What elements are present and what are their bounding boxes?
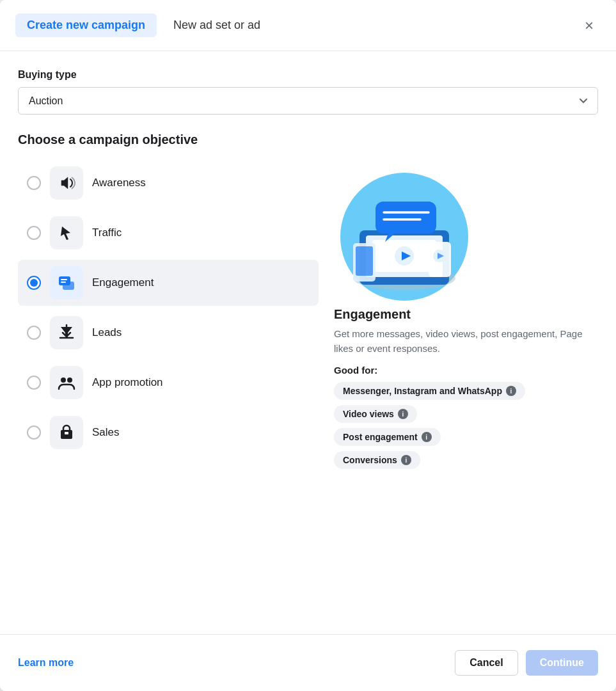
tag-post-engagement-label: Post engagement — [343, 432, 418, 442]
tag-video-views-info[interactable]: i — [398, 409, 408, 419]
engagement-icon-wrap — [50, 266, 83, 299]
cancel-button[interactable]: Cancel — [455, 650, 517, 676]
objective-traffic[interactable]: Traffic — [18, 210, 319, 256]
svg-point-4 — [61, 377, 66, 383]
sales-icon-wrap — [50, 416, 83, 449]
radio-sales[interactable] — [27, 425, 41, 440]
radio-engagement[interactable] — [27, 276, 41, 290]
traffic-icon — [59, 224, 74, 242]
radio-leads[interactable] — [27, 326, 41, 340]
awareness-icon-wrap — [50, 166, 83, 200]
awareness-label: Awareness — [92, 177, 146, 189]
engagement-icon — [58, 274, 75, 292]
sales-label: Sales — [92, 426, 120, 439]
awareness-icon — [58, 174, 75, 192]
leads-icon — [58, 324, 75, 342]
tag-video-views-label: Video views — [343, 409, 394, 419]
tab-create-campaign[interactable]: Create new campaign — [15, 13, 157, 37]
footer-buttons: Cancel Continue — [455, 650, 598, 676]
main-content: Awareness Traffic — [18, 160, 598, 469]
objective-app-promotion[interactable]: App promotion — [18, 360, 319, 406]
buying-type-label: Buying type — [18, 69, 598, 81]
close-button[interactable]: × — [578, 14, 601, 37]
learn-more-link[interactable]: Learn more — [18, 657, 74, 669]
objective-engagement[interactable]: Engagement — [18, 260, 319, 306]
section-title: Choose a campaign objective — [18, 132, 598, 147]
leads-label: Leads — [92, 326, 122, 339]
engagement-illustration — [334, 166, 475, 307]
tag-conversions: Conversions i — [334, 451, 420, 469]
app-promotion-label: App promotion — [92, 376, 163, 389]
buying-type-select[interactable]: Auction — [18, 87, 598, 115]
dialog-footer: Learn more Cancel Continue — [0, 634, 616, 691]
tag-messenger-info[interactable]: i — [506, 386, 516, 396]
radio-traffic[interactable] — [27, 226, 41, 240]
objective-leads[interactable]: Leads — [18, 310, 319, 356]
objective-sales[interactable]: Sales — [18, 409, 319, 456]
engagement-label: Engagement — [92, 276, 154, 289]
svg-rect-15 — [375, 202, 436, 234]
leads-icon-wrap — [50, 316, 83, 349]
radio-awareness[interactable] — [27, 176, 41, 190]
tag-post-engagement-info[interactable]: i — [422, 432, 432, 442]
traffic-icon-wrap — [50, 216, 83, 250]
tag-conversions-label: Conversions — [343, 455, 397, 465]
continue-button[interactable]: Continue — [526, 650, 598, 676]
objective-awareness[interactable]: Awareness — [18, 160, 319, 206]
app-promotion-icon — [57, 374, 76, 392]
app-promotion-icon-wrap — [50, 366, 83, 399]
good-for-label: Good for: — [334, 365, 377, 376]
tag-list: Messenger, Instagram and WhatsApp i Vide… — [334, 382, 525, 469]
svg-rect-7 — [65, 432, 68, 434]
tag-video-views: Video views i — [334, 405, 417, 423]
tag-post-engagement: Post engagement i — [334, 428, 441, 446]
campaign-dialog: Create new campaign New ad set or ad × B… — [0, 0, 616, 691]
dialog-body: Buying type Auction Choose a campaign ob… — [0, 51, 616, 614]
dialog-header: Create new campaign New ad set or ad × — [0, 0, 616, 51]
detail-desc: Get more messages, video views, post eng… — [334, 327, 598, 356]
tab-new-ad-set[interactable]: New ad set or ad — [162, 13, 272, 37]
svg-point-5 — [67, 377, 72, 383]
svg-rect-19 — [356, 246, 373, 276]
tag-messenger-label: Messenger, Instagram and WhatsApp — [343, 386, 502, 396]
tag-conversions-info[interactable]: i — [401, 455, 411, 465]
sales-icon — [58, 424, 75, 441]
traffic-label: Traffic — [92, 226, 122, 239]
detail-title: Engagement — [334, 307, 411, 322]
detail-panel: Engagement Get more messages, video view… — [334, 160, 598, 469]
objective-list: Awareness Traffic — [18, 160, 319, 469]
tag-messenger: Messenger, Instagram and WhatsApp i — [334, 382, 525, 400]
radio-app-promotion[interactable] — [27, 376, 41, 390]
